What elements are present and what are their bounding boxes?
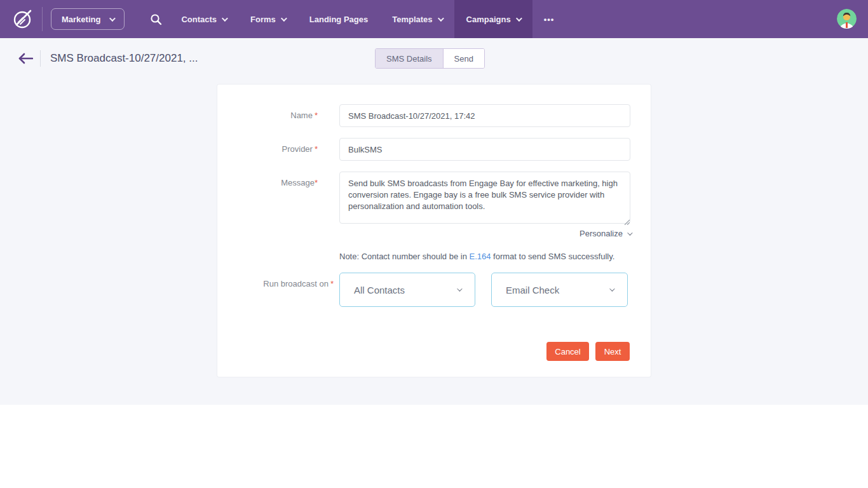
chevron-down-icon [457, 286, 462, 291]
nav-item-contacts[interactable]: Contacts [169, 0, 238, 38]
engagebay-logo[interactable] [13, 9, 33, 29]
segment-select[interactable]: Email Check [491, 273, 628, 307]
name-label: Name* [290, 111, 318, 120]
ellipsis-icon: ••• [544, 15, 555, 24]
cancel-button[interactable]: Cancel [546, 342, 589, 361]
chevron-down-icon [438, 15, 444, 22]
step-tabs: SMS Details Send [375, 48, 485, 69]
chevron-down-icon [516, 15, 522, 22]
sms-details-card: Name* Provider* BulkSMS Message* Send bu… [217, 85, 651, 377]
next-button[interactable]: Next [595, 342, 630, 361]
personalize-label: Personalize [580, 229, 623, 238]
chevron-down-icon [222, 15, 228, 22]
run-broadcast-label: Run broadcast on* [263, 279, 334, 288]
chevron-down-icon [109, 15, 116, 22]
nav-item-forms[interactable]: Forms [238, 0, 297, 38]
nav-item-label: Contacts [181, 15, 217, 24]
provider-value: BulkSMS [348, 145, 382, 154]
nav-more-menu[interactable]: ••• [532, 0, 566, 38]
chevron-down-icon [281, 15, 287, 22]
tab-send[interactable]: Send [443, 49, 484, 68]
provider-label: Provider* [282, 144, 318, 154]
tab-sms-details[interactable]: SMS Details [376, 49, 443, 68]
nav-item-label: Forms [250, 15, 276, 24]
provider-select[interactable]: BulkSMS [339, 138, 630, 161]
page-title: SMS Broadcast-10/27/2021, ... [50, 52, 198, 65]
nav-item-label: Templates [392, 15, 432, 24]
navbar-menu: Contacts Forms Landing Pages Templates C… [169, 0, 566, 38]
top-navbar: Marketing Contacts Forms Landing Pages T… [0, 0, 868, 38]
nav-item-templates[interactable]: Templates [380, 0, 454, 38]
required-asterisk: * [315, 111, 318, 120]
navbar-divider [42, 7, 43, 31]
app-window: Marketing Contacts Forms Landing Pages T… [0, 0, 868, 488]
contact-list-select[interactable]: All Contacts [339, 273, 475, 307]
e164-link[interactable]: E.164 [470, 252, 491, 261]
app-selector-label: Marketing [62, 15, 100, 24]
required-asterisk: * [315, 178, 318, 187]
search-icon[interactable] [146, 10, 165, 29]
contact-list-value: All Contacts [354, 285, 405, 295]
nav-item-landing-pages[interactable]: Landing Pages [297, 0, 380, 38]
chevron-down-icon [627, 230, 632, 235]
e164-note: Note: Contact number should be in E.164 … [339, 252, 614, 261]
required-asterisk: * [330, 279, 334, 288]
nav-item-label: Campaigns [466, 15, 511, 24]
required-asterisk: * [315, 144, 318, 154]
nav-item-label: Landing Pages [309, 15, 368, 24]
header-divider [40, 50, 41, 67]
nav-item-campaigns[interactable]: Campaigns [454, 0, 532, 38]
message-label: Message* [281, 178, 318, 187]
name-input[interactable] [339, 104, 630, 127]
segment-value: Email Check [506, 285, 559, 295]
user-avatar[interactable] [837, 9, 857, 29]
message-textarea[interactable]: Send bulk SMS broadcasts from Engage Bay… [339, 172, 630, 224]
back-arrow-icon[interactable] [15, 48, 36, 69]
app-selector-marketing[interactable]: Marketing [51, 8, 125, 30]
personalize-dropdown[interactable]: Personalize [580, 229, 631, 238]
chevron-down-icon [609, 286, 614, 291]
